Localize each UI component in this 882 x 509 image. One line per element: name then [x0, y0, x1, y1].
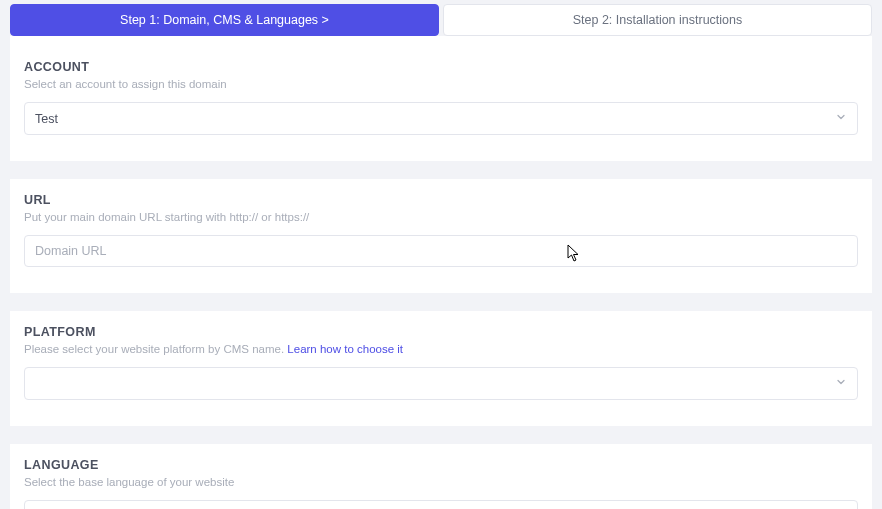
- platform-desc-text: Please select your website platform by C…: [24, 343, 287, 355]
- language-title: LANGUAGE: [24, 458, 858, 472]
- tab-step2[interactable]: Step 2: Installation instructions: [443, 4, 872, 36]
- tab-step2-label: Step 2: Installation instructions: [573, 13, 743, 27]
- platform-desc: Please select your website platform by C…: [24, 343, 858, 355]
- url-input-placeholder: Domain URL: [35, 244, 107, 258]
- url-input[interactable]: Domain URL: [24, 235, 858, 267]
- language-select[interactable]: Select language...: [24, 500, 858, 509]
- chevron-down-icon: [835, 111, 847, 126]
- language-card: LANGUAGE Select the base language of you…: [10, 444, 872, 509]
- account-select-value: Test: [35, 112, 58, 126]
- tab-step1-label: Step 1: Domain, CMS & Languages >: [120, 13, 329, 27]
- account-desc: Select an account to assign this domain: [24, 78, 858, 90]
- wizard-tabs: Step 1: Domain, CMS & Languages > Step 2…: [0, 0, 882, 36]
- platform-learn-link[interactable]: Learn how to choose it: [287, 343, 403, 355]
- platform-card: PLATFORM Please select your website plat…: [10, 311, 872, 426]
- language-desc: Select the base language of your website: [24, 476, 858, 488]
- url-desc: Put your main domain URL starting with h…: [24, 211, 858, 223]
- url-card: URL Put your main domain URL starting wi…: [10, 179, 872, 293]
- account-select[interactable]: Test: [24, 102, 858, 135]
- platform-select[interactable]: [24, 367, 858, 400]
- account-card: ACCOUNT Select an account to assign this…: [10, 36, 872, 161]
- tab-step1[interactable]: Step 1: Domain, CMS & Languages >: [10, 4, 439, 36]
- platform-title: PLATFORM: [24, 325, 858, 339]
- url-title: URL: [24, 193, 858, 207]
- account-title: ACCOUNT: [24, 60, 858, 74]
- chevron-down-icon: [835, 376, 847, 391]
